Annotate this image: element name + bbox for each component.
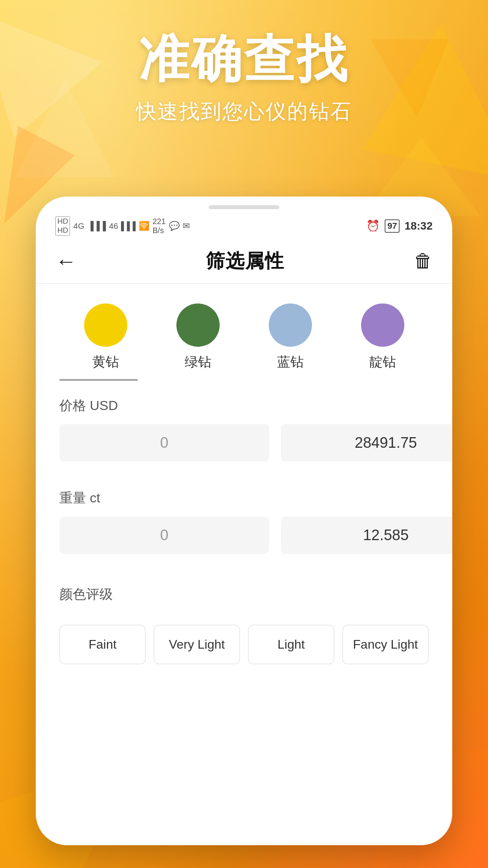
diamond-item-blue[interactable]: 蓝钻 <box>244 303 336 371</box>
hero-subtitle: 快速找到您心仪的钻石 <box>0 98 488 125</box>
grade-button-light[interactable]: Light <box>248 625 334 664</box>
data-speed: 221B/s <box>152 217 165 235</box>
weight-section: 重量 ct <box>36 473 452 554</box>
diamond-label-green: 绿钻 <box>185 353 211 371</box>
color-grade-row: FaintVery LightLightFancy Light <box>36 613 452 664</box>
weight-input-row <box>59 517 429 554</box>
status-bar: HDHD 4G ▐▐▐ 46▐▐▐ 🛜 221B/s 💬 ✉ ⏰ 97 18:3… <box>36 209 452 241</box>
diamond-circle-green <box>176 303 220 347</box>
phone-grip <box>209 205 279 209</box>
diamond-circle-purple <box>361 303 404 347</box>
signal-bars2: 46▐▐▐ <box>109 221 136 231</box>
diamond-type-row: 黄钻 绿钻 蓝钻 靛钻 <box>36 284 452 371</box>
hd-badge: HDHD <box>55 216 70 236</box>
grade-button-very-light[interactable]: Very Light <box>154 625 240 664</box>
hero-section: 准确查找 快速找到您心仪的钻石 <box>0 31 488 125</box>
diamond-circle-yellow <box>84 303 127 347</box>
wechat-icon: ✉ <box>183 221 190 231</box>
diamond-label-blue: 蓝钻 <box>277 353 304 371</box>
back-button[interactable]: ← <box>55 250 77 272</box>
diamond-circle-blue <box>269 303 312 347</box>
status-left: HDHD 4G ▐▐▐ 46▐▐▐ 🛜 221B/s 💬 ✉ <box>55 216 190 236</box>
diamond-item-yellow[interactable]: 黄钻 <box>59 303 152 371</box>
alarm-icon: ⏰ <box>366 219 380 232</box>
price-max-input[interactable] <box>281 424 452 462</box>
top-nav: ← 筛选属性 🗑 <box>36 241 452 284</box>
diamond-item-green[interactable]: 绿钻 <box>152 303 244 371</box>
color-grade-section: 颜色评级 <box>36 570 452 603</box>
status-right: ⏰ 97 18:32 <box>366 219 433 233</box>
message-icon: 💬 <box>169 221 180 231</box>
page-title: 筛选属性 <box>206 248 284 274</box>
weight-min-input[interactable] <box>59 517 269 554</box>
time-display: 18:32 <box>404 220 433 232</box>
price-section: 价格 USD <box>36 381 452 462</box>
weight-max-input[interactable] <box>281 517 452 554</box>
signal-4g: 4G <box>73 221 84 231</box>
grade-button-faint[interactable]: Faint <box>59 625 146 664</box>
price-label: 价格 USD <box>59 397 429 415</box>
hero-title: 准确查找 <box>0 31 488 87</box>
weight-label: 重量 ct <box>59 489 429 507</box>
grade-button-fancy-light[interactable]: Fancy Light <box>342 625 429 664</box>
price-min-input[interactable] <box>59 424 269 462</box>
battery-indicator: 97 <box>385 219 400 233</box>
diamond-item-purple[interactable]: 靛钻 <box>336 303 429 371</box>
phone-shell: HDHD 4G ▐▐▐ 46▐▐▐ 🛜 221B/s 💬 ✉ ⏰ 97 18:3… <box>36 197 452 845</box>
trash-button[interactable]: 🗑 <box>414 250 433 272</box>
signal-bars: ▐▐▐ <box>87 221 106 231</box>
diamond-label-yellow: 黄钻 <box>92 353 119 371</box>
color-grade-label: 颜色评级 <box>59 585 429 603</box>
wifi-icon: 🛜 <box>139 221 149 231</box>
price-input-row <box>59 424 429 462</box>
diamond-label-purple: 靛钻 <box>369 353 396 371</box>
